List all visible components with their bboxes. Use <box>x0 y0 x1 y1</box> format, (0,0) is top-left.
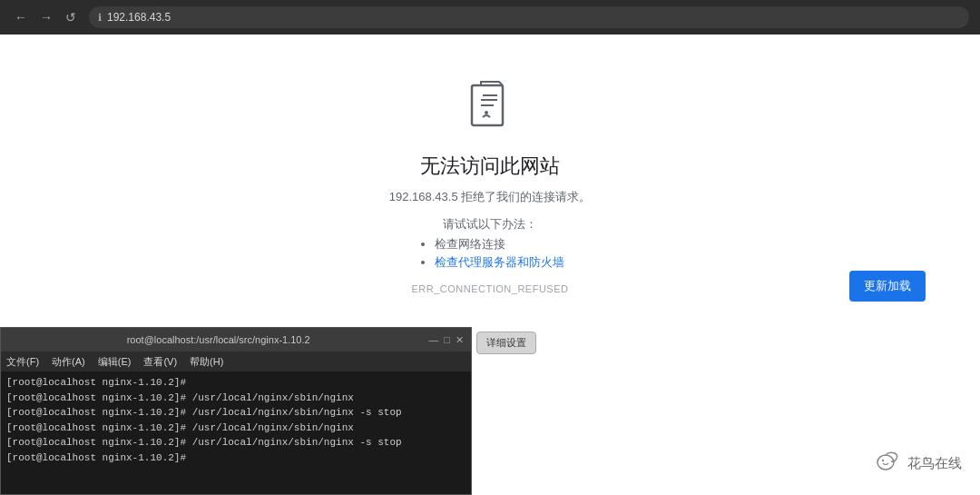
error-suggestions-list: 检查网络连接 检查代理服务器和防火墙 <box>416 236 564 272</box>
terminal-line-4: [root@localhost nginx-1.10.2]# /usr/loca… <box>6 421 466 436</box>
terminal-window: root@localhost:/usr/local/src/nginx-1.10… <box>0 327 472 495</box>
details-settings-button[interactable]: 详细设置 <box>476 332 536 354</box>
terminal-minimize-button[interactable]: — <box>428 334 438 345</box>
terminal-menu-help[interactable]: 帮助(H) <box>190 355 223 369</box>
terminal-close-button[interactable]: ✕ <box>456 334 464 346</box>
refresh-button[interactable]: ↺ <box>62 8 80 26</box>
terminal-menu-view[interactable]: 查看(V) <box>143 355 177 369</box>
watermark-text: 花鸟在线 <box>907 455 962 472</box>
suggestion-item-2[interactable]: 检查代理服务器和防火墙 <box>435 254 564 271</box>
address-bar[interactable]: ℹ 192.168.43.5 <box>89 6 969 28</box>
terminal-menu-action[interactable]: 动作(A) <box>52 355 85 369</box>
terminal-line-3: [root@localhost nginx-1.10.2]# /usr/loca… <box>6 405 466 421</box>
error-code: ERR_CONNECTION_REFUSED <box>412 283 569 294</box>
forward-button[interactable]: → <box>36 8 56 26</box>
error-area: 无法访问此网站 192.168.43.5 拒绝了我们的连接请求。 请试试以下办法… <box>0 80 980 294</box>
browser-content: 无法访问此网站 192.168.43.5 拒绝了我们的连接请求。 请试试以下办法… <box>0 35 980 495</box>
terminal-menu-file[interactable]: 文件(F) <box>6 355 39 369</box>
reload-button[interactable]: 更新加载 <box>849 271 926 302</box>
terminal-menu-edit[interactable]: 编辑(E) <box>98 355 132 369</box>
terminal-line-6: [root@localhost nginx-1.10.2]# <box>6 450 466 466</box>
watermark-icon <box>877 450 902 477</box>
browser-chrome: ← → ↺ ℹ 192.168.43.5 <box>0 0 980 35</box>
terminal-menubar: 文件(F) 动作(A) 编辑(E) 查看(V) 帮助(H) <box>1 351 471 371</box>
terminal-body: [root@localhost nginx-1.10.2]# [root@loc… <box>1 371 471 494</box>
terminal-titlebar: root@localhost:/usr/local/src/nginx-1.10… <box>1 328 471 351</box>
error-desc: 192.168.43.5 拒绝了我们的连接请求。 <box>389 189 592 205</box>
terminal-maximize-button[interactable]: □ <box>444 334 450 345</box>
terminal-controls: — □ ✕ <box>428 334 464 346</box>
terminal-title: root@localhost:/usr/local/src/nginx-1.10… <box>8 334 428 345</box>
error-suggestions-label: 请试试以下办法： <box>443 216 537 233</box>
suggestion-item-1: 检查网络连接 <box>435 236 564 252</box>
svg-point-6 <box>882 460 884 461</box>
nav-buttons: ← → ↺ <box>11 8 80 26</box>
back-button[interactable]: ← <box>11 8 31 26</box>
watermark: 花鸟在线 <box>877 450 962 477</box>
error-title: 无法访问此网站 <box>420 153 560 180</box>
info-icon: ℹ <box>98 12 102 24</box>
svg-point-5 <box>877 455 894 470</box>
terminal-line-5: [root@localhost nginx-1.10.2]# /usr/loca… <box>6 435 466 450</box>
terminal-line-1: [root@localhost nginx-1.10.2]# <box>6 375 466 391</box>
terminal-line-2: [root@localhost nginx-1.10.2]# /usr/loca… <box>6 391 466 406</box>
suggestion-link-2[interactable]: 检查代理服务器和防火墙 <box>435 255 564 269</box>
svg-point-3 <box>485 111 488 114</box>
error-icon <box>465 80 515 138</box>
url-display: 192.168.43.5 <box>107 11 171 24</box>
